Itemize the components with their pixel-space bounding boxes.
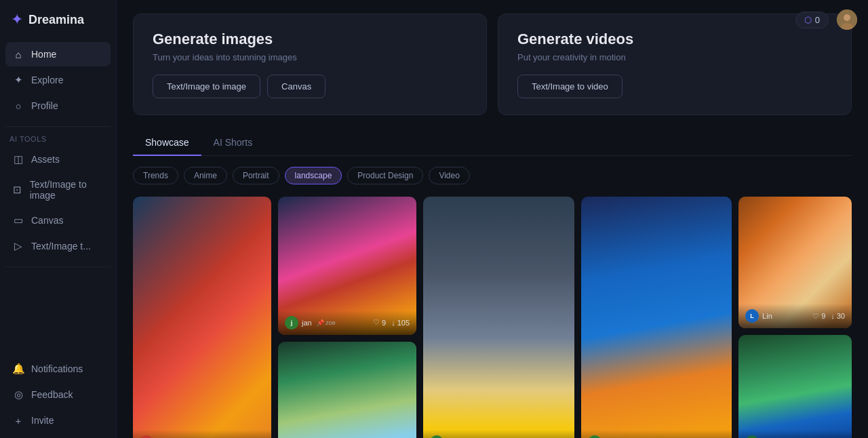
user-avatar[interactable] (837, 9, 857, 30)
tab-showcase[interactable]: Showcase (133, 132, 201, 156)
downloads-count-roses: 105 (397, 319, 410, 327)
filter-video[interactable]: Video (429, 167, 469, 184)
text-video-icon: ▷ (12, 240, 24, 252)
generate-images-subtitle: Turn your ideas into stunning images (153, 52, 467, 62)
downloads-count-jeep: 30 (837, 312, 845, 320)
credit-badge[interactable]: ⬡ 0 (795, 12, 829, 28)
card-user-lin: L Lin (745, 309, 772, 323)
heart-icon-roses: ♡ (373, 318, 380, 327)
sidebar-label-feedback: Feedback (31, 389, 73, 400)
ai-tools-label: AI tools (0, 135, 116, 147)
sidebar-item-text-image[interactable]: ⊡ Text/Image to image (5, 173, 111, 207)
sidebar-item-explore[interactable]: ✦ Explore (5, 68, 111, 92)
sidebar-item-home[interactable]: ⌂ Home (5, 42, 111, 66)
image-grid: GB GB ♡ 12 ↓ 52 (133, 197, 852, 438)
card-overlay-jeep: L Lin ♡ 9 ↓ 30 (738, 304, 852, 328)
image-card-roses[interactable]: j jan 📌 zoe ♡ 9 ↓ 105 (278, 197, 416, 335)
avatar-image (837, 9, 857, 30)
sidebar-label-profile: Profile (31, 100, 58, 111)
sidebar-label-canvas: Canvas (31, 215, 63, 226)
download-icon-jeep: ↓ (831, 312, 835, 320)
credit-count: 0 (815, 15, 820, 25)
sidebar-item-assets[interactable]: ◫ Assets (5, 147, 111, 172)
main-content: ⬡ 0 Generate images Turn your ideas into… (117, 0, 868, 438)
avatar-gb: GB (140, 435, 153, 438)
avatar-oteng: O (745, 435, 759, 438)
downloads-jeep: ↓ 30 (831, 312, 845, 320)
image-card-beach[interactable] (278, 342, 416, 439)
credit-icon: ⬡ (804, 15, 812, 25)
tab-ai-shorts[interactable]: AI Shorts (201, 132, 265, 156)
generate-videos-subtitle: Put your creativity in motion (517, 52, 832, 62)
generate-videos-buttons: Text/Image to video (517, 75, 832, 98)
grid-col-1: GB GB ♡ 12 ↓ 52 (133, 197, 271, 438)
sidebar-label-assets: Assets (31, 154, 60, 165)
generate-videos-title: Generate videos (517, 31, 832, 48)
sidebar-item-invite[interactable]: + Invite (5, 408, 111, 433)
card-overlay-roses: j jan 📌 zoe ♡ 9 ↓ 105 (278, 311, 416, 335)
tabs-row: Showcase AI Shorts (133, 132, 852, 156)
sidebar-item-feedback[interactable]: ◎ Feedback (5, 382, 111, 407)
filter-landscape[interactable]: landscape (285, 167, 342, 184)
canvas-btn[interactable]: Canvas (267, 75, 326, 98)
image-card-ocean[interactable]: j jan 📌 zoe ♡ 9 ↓ 84 (581, 197, 732, 438)
logo[interactable]: ✦ Dreamina (0, 0, 116, 42)
card-user-gb: GB GB (140, 435, 167, 438)
logo-text: Dreamina (28, 13, 84, 27)
avatar-jan-roses: j (285, 316, 298, 330)
notification-icon: 🔔 (12, 363, 24, 375)
card-user-jan-roses: j jan 📌 zoe (285, 316, 336, 330)
download-icon-roses: ↓ (391, 319, 395, 327)
image-card-lake[interactable]: O Oteng ♡ 9 ↓ 29 (738, 335, 852, 438)
grid-col-4: j jan 📌 zoe ♡ 9 ↓ 84 (581, 197, 732, 438)
stats-jeep: ♡ 9 ↓ 30 (812, 312, 845, 321)
filter-anime[interactable]: Anime (184, 167, 227, 184)
image-card-city[interactable]: j jan 📌 zoe ♡ 7 ↓ 69 (423, 197, 574, 438)
sidebar-label-invite: Invite (31, 415, 54, 426)
stats-roses: ♡ 9 ↓ 105 (373, 318, 410, 327)
image-card-heart[interactable]: GB GB ♡ 12 ↓ 52 (133, 197, 271, 438)
likes-jeep: ♡ 9 (812, 312, 825, 321)
filter-trends[interactable]: Trends (133, 167, 178, 184)
card-overlay-ocean: j jan 📌 zoe ♡ 9 ↓ 84 (581, 430, 732, 438)
grid-col-2: j jan 📌 zoe ♡ 9 ↓ 105 (278, 197, 416, 438)
sidebar-item-text-video[interactable]: ▷ Text/Image t... (5, 234, 111, 258)
username-jan-roses: jan (302, 319, 312, 327)
badge-jan-roses: 📌 zoe (317, 319, 336, 326)
generate-images-banner: Generate images Turn your ideas into stu… (133, 14, 487, 115)
card-overlay-heart: GB GB ♡ 12 ↓ 52 (133, 430, 271, 438)
avatar-lin: L (745, 309, 759, 323)
downloads-roses: ↓ 105 (391, 319, 410, 327)
avatar-jan-ocean: j (588, 435, 601, 438)
sidebar-nav-tools: ◫ Assets ⊡ Text/Image to image ▭ Canvas … (0, 147, 116, 258)
text-to-video-btn[interactable]: Text/Image to video (517, 75, 623, 98)
generate-images-buttons: Text/Image to image Canvas (153, 75, 467, 98)
divider-1 (5, 126, 111, 127)
generate-images-title: Generate images (153, 31, 467, 48)
sidebar-nav-bottom: 🔔 Notifications ◎ Feedback + Invite (0, 351, 116, 438)
filter-product-design[interactable]: Product Design (347, 167, 423, 184)
card-overlay-lake: O Oteng ♡ 9 ↓ 29 (738, 430, 852, 438)
filter-portrait[interactable]: Portrait (233, 167, 279, 184)
card-overlay-city: j jan 📌 zoe ♡ 7 ↓ 69 (423, 430, 574, 438)
assets-icon: ◫ (12, 153, 24, 165)
avatar-jan-city: j (430, 435, 443, 438)
sidebar-label-notifications: Notifications (31, 363, 83, 374)
sidebar: ✦ Dreamina ⌂ Home ✦ Explore ○ Profile AI… (0, 0, 117, 438)
sidebar-nav-top: ⌂ Home ✦ Explore ○ Profile (0, 42, 116, 118)
filter-row: Trends Anime Portrait landscape Product … (133, 167, 852, 184)
divider-2 (5, 266, 111, 267)
header-top-right: ⬡ 0 (795, 9, 857, 30)
canvas-icon: ▭ (12, 214, 24, 226)
grid-col-3: j jan 📌 zoe ♡ 7 ↓ 69 (423, 197, 574, 438)
heart-icon-jeep: ♡ (812, 312, 819, 321)
sidebar-item-profile[interactable]: ○ Profile (5, 94, 111, 118)
explore-icon: ✦ (12, 74, 24, 86)
image-card-jeep[interactable]: L Lin ♡ 9 ↓ 30 (738, 197, 852, 328)
home-icon: ⌂ (12, 48, 24, 60)
sidebar-item-notifications[interactable]: 🔔 Notifications (5, 357, 111, 381)
sidebar-item-canvas[interactable]: ▭ Canvas (5, 208, 111, 233)
feedback-icon: ◎ (12, 389, 24, 401)
logo-icon: ✦ (11, 11, 23, 28)
text-to-image-btn[interactable]: Text/Image to image (153, 75, 260, 98)
